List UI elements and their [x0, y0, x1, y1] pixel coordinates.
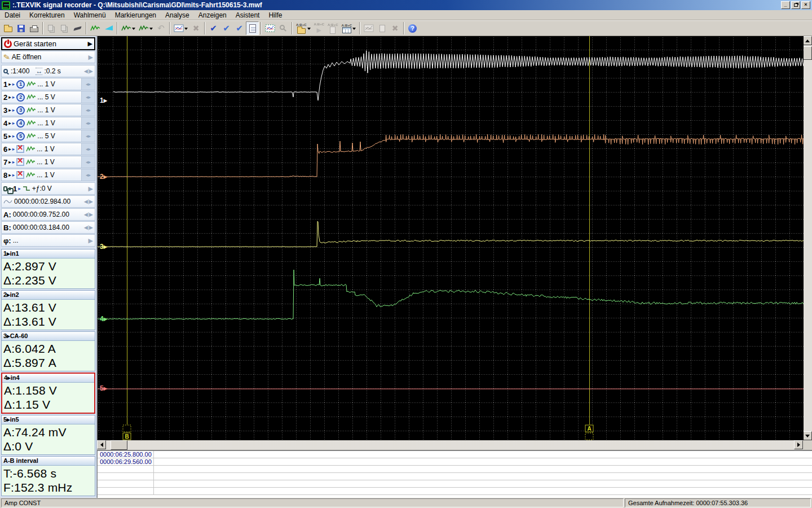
channel-enabled-icon[interactable]: 5	[16, 132, 25, 141]
channel-row-7[interactable]: 7▸▸... 1 V◂▸	[1, 156, 95, 168]
marker-pen-button[interactable]	[102, 21, 115, 35]
abc-page-button[interactable]: A:B+C	[326, 21, 340, 35]
channel-row-8[interactable]: 8▸▸... 1 V◂▸	[1, 169, 95, 181]
start-device-button[interactable]: Gerät starten ▶	[1, 37, 95, 50]
analysis-window-button[interactable]	[263, 21, 277, 35]
print-button[interactable]	[28, 21, 41, 35]
channel-adjust-arrows[interactable]: ◂▸	[81, 156, 95, 168]
channel-adjust-arrows[interactable]: ◂▸	[81, 78, 95, 90]
measure-panel-in2[interactable]: 2▸in2A:13.61 VΔ:13.61 V	[1, 290, 95, 330]
phase-row[interactable]: φ: ... ▶	[1, 234, 95, 247]
panel-values: A:74.24 mVΔ:0 V	[2, 424, 95, 454]
vertical-scroll-thumb[interactable]	[803, 46, 812, 60]
measure-panel-ab-interval[interactable]: A-B intervalT:-6.568 sF:152.3 mHz	[1, 456, 95, 496]
result-page-button[interactable]	[376, 21, 389, 35]
channel-adjust-arrows[interactable]: ◂▸	[81, 117, 95, 129]
horizontal-scroll-thumb[interactable]	[111, 440, 127, 450]
channel-adjust-arrows[interactable]: ◂▸	[81, 169, 95, 181]
menu-korrekturen[interactable]: Korrekturen	[25, 10, 69, 20]
confirm-all-right-icon: ✔	[236, 24, 243, 32]
menu-analyse[interactable]: Analyse	[161, 10, 194, 20]
scroll-right-button[interactable]	[794, 440, 803, 449]
cursor-time-row[interactable]: 0000:00:02.984.00 ◀|▶	[1, 195, 95, 208]
close-button[interactable]: ×	[801, 1, 810, 9]
marker-a-arrows[interactable]: ◀|▶	[84, 212, 93, 217]
time-table-row[interactable]	[98, 466, 812, 473]
channel-enabled-icon[interactable]: 1	[16, 80, 25, 89]
abc-table-button[interactable]: A:B+C	[340, 21, 358, 35]
open-file-button[interactable]	[2, 21, 15, 35]
menu-hilfe[interactable]: Hilfe	[264, 10, 286, 20]
copy-signal-button[interactable]	[45, 21, 58, 35]
channel-enabled-icon[interactable]: 3	[16, 106, 25, 115]
shift-signal-button[interactable]	[137, 21, 155, 35]
zoom-row[interactable]: :1:400 ↔ :0.2 s ◀|▶	[1, 65, 95, 77]
scroll-down-button[interactable]	[803, 431, 812, 440]
channel-row-1[interactable]: 1▸▸1... 1 V◂▸	[1, 78, 95, 90]
undo-button[interactable]: ↶	[155, 21, 167, 35]
channel-disabled-icon[interactable]	[16, 171, 24, 179]
chart-window-button[interactable]	[172, 21, 189, 35]
result-chart-button[interactable]	[362, 21, 376, 35]
help-button[interactable]: ?	[406, 21, 419, 35]
save-button[interactable]	[15, 21, 28, 35]
scroll-up-button[interactable]	[803, 36, 812, 45]
channel-disabled-icon[interactable]	[16, 158, 24, 166]
marker-b-row[interactable]: B: 0000:00:03.184.00 ◀|▶	[1, 221, 95, 234]
time-table-row[interactable]	[98, 473, 812, 480]
copy-fragment-button[interactable]	[58, 21, 71, 35]
time-table-row[interactable]	[98, 488, 812, 495]
channel-adjust-arrows[interactable]: ◂▸	[81, 143, 95, 155]
vertical-scrollbar[interactable]	[803, 36, 812, 440]
menu-anzeigen[interactable]: Anzeigen	[194, 10, 231, 20]
panel-values: A:13.61 VΔ:13.61 V	[2, 300, 95, 330]
zoom-step-arrows[interactable]: ◀|▶	[84, 68, 93, 74]
confirm-all-right-button[interactable]: ✔	[233, 21, 246, 35]
confirm-all-down-button[interactable]: ✔	[220, 21, 233, 35]
measure-panel-in1[interactable]: 1▸in1A:2.897 VΔ:2.235 V	[1, 249, 95, 289]
channel-enabled-icon[interactable]: 4	[16, 119, 25, 128]
search-zoom-button[interactable]	[277, 21, 290, 35]
help-icon: ?	[408, 24, 417, 33]
plot-canvas[interactable]: BA1▸2▸3▸4▸5▸	[98, 36, 804, 440]
protocol-button[interactable]	[246, 21, 259, 35]
measure-panel-in5[interactable]: 5▸in5A:74.24 mVΔ:0 V	[1, 415, 95, 455]
channel-enabled-icon[interactable]: 2	[16, 93, 25, 102]
abc-run-button[interactable]: A:B+C▶	[312, 21, 326, 35]
impulse-view-button[interactable]	[89, 21, 102, 35]
open-ae-button[interactable]: ✎ AE öffnen ▶	[1, 51, 95, 63]
marker-b-arrows[interactable]: ◀|▶	[84, 225, 93, 230]
channel-adjust-arrows[interactable]: ◂▸	[81, 104, 95, 116]
time-table-row[interactable]	[98, 480, 812, 488]
horizontal-scrollbar[interactable]	[97, 440, 812, 450]
menu-markierungen[interactable]: Markierungen	[111, 10, 161, 20]
menu-wahlmenü[interactable]: Wahlmenü	[69, 10, 111, 20]
channel-adjust-arrows[interactable]: ◂▸	[81, 130, 95, 142]
channel-adjust-arrows[interactable]: ◂▸	[81, 91, 95, 103]
menu-asistent[interactable]: Asistent	[231, 10, 264, 20]
time-table-row[interactable]: 0000:06:29.560.00	[98, 458, 812, 466]
trigger-row[interactable]: 1 ▸ +ƒ:0 V ▶	[1, 182, 95, 195]
delete-chart-button[interactable]: ✖	[189, 21, 202, 35]
restore-button[interactable]	[791, 1, 800, 9]
channel-row-3[interactable]: 3▸▸3... 1 V◂▸	[1, 104, 95, 116]
abc-open-button[interactable]: A:B+C	[294, 21, 312, 35]
channel-row-6[interactable]: 6▸▸... 1 V◂▸	[1, 143, 95, 155]
marker-a-row[interactable]: A: 0000:00:09.752.00 ◀|▶	[1, 208, 95, 221]
channel-row-2[interactable]: 2▸▸2... 5 V◂▸	[1, 91, 95, 103]
measure-panel-ca60[interactable]: 3▸CA-60A:6.042 AΔ:5.897 A	[1, 331, 95, 371]
channel-row-4[interactable]: 4▸▸4... 1 V◂▸	[1, 117, 95, 129]
channel-disabled-icon[interactable]	[16, 145, 24, 153]
plot-area[interactable]: BA1▸2▸3▸4▸5▸	[97, 36, 803, 440]
channel-row-5[interactable]: 5▸▸5... 5 V◂▸	[1, 130, 95, 142]
time-table-row[interactable]: 0000:06:25.800.00	[98, 451, 812, 458]
confirm-button[interactable]: ✔	[207, 21, 220, 35]
clear-button[interactable]	[71, 21, 84, 35]
cursor-step-arrows[interactable]: ◀|▶	[84, 199, 93, 204]
result-delete-button[interactable]: ✖	[389, 21, 401, 35]
scroll-left-button[interactable]	[97, 440, 106, 449]
minimize-button[interactable]: _	[781, 1, 790, 9]
menu-datei[interactable]: Datei	[0, 10, 25, 20]
scale-signal-button[interactable]	[120, 21, 137, 35]
measure-panel-in4[interactable]: 4▸in4A:1.158 VΔ:1.15 V	[1, 373, 95, 414]
